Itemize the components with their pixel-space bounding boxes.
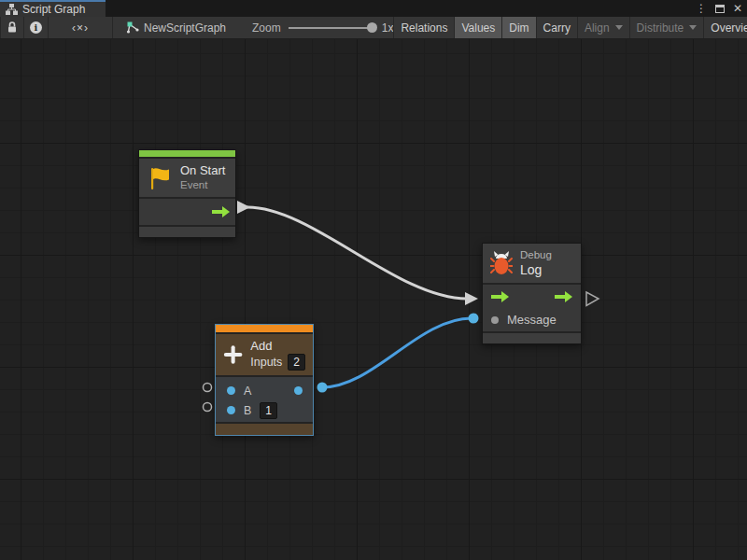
debug-log-footer [483,333,581,343]
add-inputs-count-field[interactable]: 2 [288,354,305,371]
on-start-body [139,199,235,225]
add-title: Add [250,339,305,354]
math-color-bar [216,325,313,332]
code-icon: ‹×› [55,21,106,35]
on-start-subtitle: Event [180,178,225,192]
chevron-down-icon [689,25,697,30]
debug-log-subtitle: Debug [520,248,552,262]
trigger-port-row [483,285,581,308]
script-graph-asset-icon [126,21,139,34]
node-add[interactable]: Add Inputs 2 A B 1 [215,324,314,436]
align-label: Align [585,21,610,35]
flow-output-arrow-icon[interactable] [212,206,230,217]
toolbar-right-group: Relations Values Dim Carry Align Distrib… [393,17,747,38]
distribute-dropdown[interactable]: Distribute [630,17,705,38]
message-port-icon [491,316,499,324]
zoom-slider[interactable] [289,27,374,29]
relations-button[interactable]: Relations [393,17,455,38]
window-menu-icon[interactable]: ⋮ [696,3,707,14]
tab-title: Script Graph [22,3,85,16]
overview-button[interactable]: Overview [704,17,747,38]
debug-log-title: Log [520,262,552,279]
bug-icon [490,249,513,277]
port-a-icon [227,386,235,395]
on-start-header: On Start Event [139,159,235,197]
add-footer [216,424,313,435]
graph-name-label: NewScriptGraph [144,21,226,35]
zoom-control: Zoom 1x [252,17,393,38]
values-button[interactable]: Values [455,17,502,38]
close-icon[interactable]: ✕ [733,3,742,14]
plus-icon [223,343,243,367]
zoom-value: 1x [382,21,394,35]
graph-canvas[interactable] [0,39,747,560]
carry-button[interactable]: Carry [537,17,578,38]
node-on-start[interactable]: On Start Event [138,149,236,238]
lock-button[interactable] [0,17,24,38]
edit-code-button[interactable]: ‹×› [49,17,113,38]
chevron-down-icon [615,25,623,30]
node-debug-log[interactable]: Debug Log Message [482,243,582,344]
tab-bar: Script Graph ⋮ ✕ [0,0,747,17]
tab-script-graph[interactable]: Script Graph [0,0,106,17]
graph-toolbar: i ‹×› NewScriptGraph Zoom 1x Relations V… [0,17,747,39]
add-inputs-label: Inputs [250,355,282,370]
flag-icon [147,165,173,191]
port-b-icon [227,406,235,414]
graph-hierarchy-icon [6,4,18,15]
info-icon: i [30,21,42,34]
debug-log-body: Message [483,285,581,331]
zoom-slider-handle[interactable] [367,22,377,33]
maximize-icon[interactable] [715,5,725,13]
add-header: Add Inputs 2 [216,334,313,375]
debug-log-header: Debug Log [483,244,581,283]
port-b-label: B [244,404,251,417]
on-start-title: On Start [180,163,225,178]
info-button[interactable]: i [24,17,49,38]
script-graph-window: Script Graph ⋮ ✕ i ‹×› [0,0,747,560]
port-b-row[interactable]: B 1 [216,400,313,420]
port-a-label: A [244,385,251,398]
event-color-bar [139,150,235,157]
window-controls: ⋮ ✕ [696,0,745,17]
graph-name-breadcrumb[interactable]: NewScriptGraph [126,17,226,38]
message-port-row[interactable]: Message [483,308,581,331]
dim-button[interactable]: Dim [502,17,536,38]
message-port-label: Message [507,313,557,327]
on-start-footer [139,227,235,237]
align-dropdown[interactable]: Align [578,17,630,38]
flow-input-arrow-icon[interactable] [491,291,509,302]
zoom-label: Zoom [252,21,281,35]
distribute-label: Distribute [637,21,684,35]
port-b-value-field[interactable]: 1 [260,402,277,419]
add-body: A B 1 [216,377,313,422]
lock-icon [7,21,18,34]
flow-output-arrow-icon[interactable] [555,291,572,302]
